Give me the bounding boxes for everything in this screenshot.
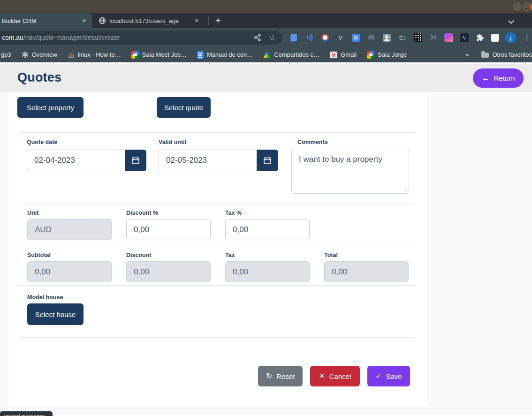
- cancel-button[interactable]: ✕ Cancel: [310, 366, 360, 386]
- chevron-down-icon[interactable]: [509, 19, 513, 23]
- stackoverflow-icon: [68, 51, 75, 58]
- discount-input: [126, 261, 211, 282]
- tab-title: Builder CRM: [2, 17, 80, 24]
- tax-pct-input[interactable]: [225, 219, 310, 240]
- google-meet-icon: [367, 51, 374, 59]
- save-button[interactable]: ✓ Save: [367, 366, 410, 386]
- extensions-puzzle-icon[interactable]: [474, 32, 485, 43]
- quote-date-calendar-button[interactable]: [125, 150, 146, 171]
- quote-form-card: Select property Select quote Quote date …: [7, 92, 427, 406]
- bookmarks-divider: [475, 51, 475, 59]
- white-square-icon[interactable]: [490, 32, 501, 43]
- bookmark-sala-meet[interactable]: Sala Meet Jos…: [131, 51, 187, 59]
- select-house-button[interactable]: Select house: [27, 303, 84, 325]
- divider: [19, 337, 415, 338]
- braces-icon[interactable]: (≡): [428, 32, 439, 43]
- colorzilla-icon[interactable]: C:: [397, 32, 408, 43]
- page-body: Select property Select quote Quote date …: [0, 91, 532, 416]
- form-actions: ↻ Reset ✕ Cancel ✓ Save: [258, 366, 410, 386]
- share-icon[interactable]: [254, 34, 261, 41]
- comments-label: Comments: [297, 139, 328, 145]
- tax-label: Tax: [225, 252, 235, 258]
- tax-input: [225, 261, 310, 282]
- comments-textarea[interactable]: I want to buy a property: [291, 149, 409, 194]
- bookmark-gmail[interactable]: M Gmail: [330, 51, 357, 58]
- timer-icon[interactable]: [319, 32, 330, 43]
- address-bar[interactable]: com.au/nav/quote-manager/detail/create ☆: [0, 31, 282, 45]
- blue-document-icon[interactable]: [289, 32, 299, 43]
- window-minimize-button[interactable]: −: [513, 2, 522, 11]
- resize-grip-icon[interactable]: [403, 188, 408, 192]
- page: Quotes ← Return Select property Select q…: [0, 64, 532, 416]
- profile-avatar[interactable]: j: [505, 32, 516, 43]
- tax-pct-label: Tax %: [225, 210, 242, 216]
- bookmark-gp3[interactable]: gp3: [1, 51, 11, 58]
- browser-menu-icon[interactable]: ⋮: [524, 33, 531, 42]
- tab-strip: Builder CRM ✕ localhost:5173/users_age ✕…: [0, 13, 532, 28]
- quote-date-group: [27, 150, 146, 171]
- url-path: /nav/quote-manager/detail/create: [23, 34, 120, 41]
- unit-input: [27, 219, 112, 240]
- browser-toolbar: com.au/nav/quote-manager/detail/create ☆…: [0, 28, 532, 47]
- select-property-button[interactable]: Select property: [17, 97, 84, 118]
- select-quote-button[interactable]: Select quote: [157, 97, 211, 118]
- unit-label: Unit: [27, 210, 38, 216]
- angle-a-icon[interactable]: (A): [366, 32, 377, 43]
- session-person-icon[interactable]: [381, 32, 392, 43]
- tab-localhost[interactable]: localhost:5173/users_age ✕: [92, 13, 205, 28]
- new-tab-button[interactable]: +: [213, 16, 224, 25]
- globe-icon: [99, 17, 106, 24]
- bookmark-compartidos[interactable]: Compartidos c…: [263, 51, 319, 58]
- quote-date-label: Quote date: [27, 139, 57, 145]
- openai-icon: [22, 51, 29, 58]
- bookmarks-overflow-icon[interactable]: »: [465, 51, 469, 58]
- bookmark-overview[interactable]: Overview: [22, 51, 57, 58]
- window-titlebar: −: [0, 0, 532, 13]
- arrow-left-icon: ←: [481, 74, 489, 83]
- status-toast: unread messages: [0, 411, 53, 416]
- calendar-icon: [131, 156, 140, 165]
- black-grid-icon[interactable]: [412, 32, 423, 43]
- reset-button[interactable]: ↻ Reset: [258, 366, 303, 386]
- bookmarks-bar: gp3 Overview linux - How to… Sala Meet J…: [0, 47, 532, 62]
- valid-until-input[interactable]: [159, 150, 257, 171]
- vue-devtools-icon[interactable]: V: [335, 32, 346, 43]
- discount-pct-input[interactable]: [126, 219, 211, 240]
- gmail-icon: M: [330, 52, 337, 58]
- folder-icon: [481, 53, 489, 58]
- total-label: Total: [324, 252, 338, 258]
- bookmark-linux-howto[interactable]: linux - How to…: [68, 51, 121, 58]
- total-input: [324, 261, 409, 282]
- url-host: com.au: [2, 34, 23, 41]
- divider: [19, 132, 415, 133]
- tab-close-icon[interactable]: ✕: [80, 16, 88, 25]
- bookmark-star-icon[interactable]: ☆: [269, 34, 276, 42]
- url-text: com.au/nav/quote-manager/detail/create: [2, 34, 120, 41]
- gradient-app-icon[interactable]: [443, 32, 454, 43]
- bookmark-manual[interactable]: Manual de con…: [197, 51, 253, 59]
- check-icon: ✓: [375, 372, 381, 380]
- divider: [19, 203, 415, 204]
- model-house-label: Model house: [27, 294, 63, 301]
- tab-builder-crm[interactable]: Builder CRM ✕: [0, 13, 92, 28]
- quote-date-input[interactable]: [27, 150, 125, 171]
- page-header: Quotes ← Return: [0, 64, 532, 91]
- google-translate-icon[interactable]: G: [350, 32, 361, 43]
- divider: [19, 243, 415, 243]
- return-button[interactable]: ← Return: [473, 68, 524, 88]
- subtotal-label: Subtotal: [27, 252, 51, 258]
- tab-title: localhost:5173/users_age: [109, 17, 192, 24]
- google-drive-icon: [263, 52, 271, 58]
- other-bookmarks-folder[interactable]: Otros favoritos: [481, 51, 532, 58]
- dark-bolt-icon[interactable]: ϟ: [459, 32, 470, 43]
- discount-label: Discount: [126, 252, 151, 258]
- read-aloud-icon[interactable]: [304, 32, 315, 43]
- tab-separator: [208, 16, 209, 25]
- google-meet-icon: [131, 51, 139, 59]
- bookmark-sala-jorge[interactable]: Sala Jorge: [367, 51, 407, 59]
- calendar-icon: [263, 156, 272, 165]
- valid-until-calendar-button[interactable]: [257, 150, 278, 171]
- tab-close-icon[interactable]: ✕: [192, 16, 201, 25]
- docs-icon: [197, 51, 204, 59]
- close-icon: ✕: [319, 372, 325, 380]
